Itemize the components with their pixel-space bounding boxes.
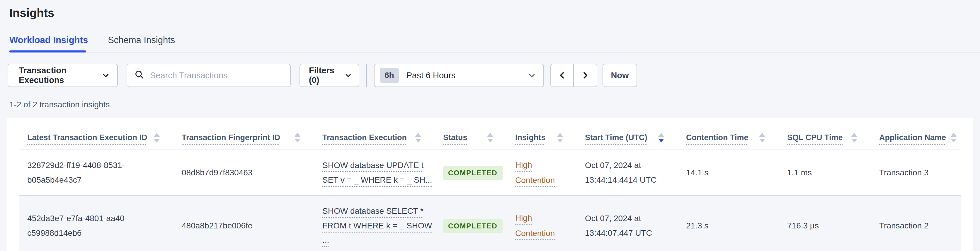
- time-range-label: Past 6 Hours: [406, 71, 456, 80]
- status-cell: COMPLETED: [434, 150, 507, 195]
- transaction-execution-cell: SHOW database UPDATE t SET v = _ WHERE k…: [314, 150, 434, 195]
- page-title: Insights: [10, 6, 980, 20]
- tab-bar: Workload Insights Schema Insights: [10, 35, 980, 53]
- chevron-down-icon: [528, 72, 536, 79]
- execution-type-dropdown[interactable]: Transaction Executions: [8, 64, 118, 87]
- contention-time-cell: 21.3 s: [678, 195, 779, 251]
- sort-icons: [851, 133, 857, 142]
- sort-icons-active-desc: [658, 133, 664, 142]
- sort-icons: [154, 133, 160, 142]
- sql-cpu-time-cell: 716.3 µs: [779, 195, 871, 251]
- column-header-latest-execution-id[interactable]: Latest Transaction Execution ID: [19, 125, 173, 150]
- sql-cpu-time-cell: 1.1 ms: [779, 150, 871, 195]
- now-button[interactable]: Now: [603, 64, 637, 87]
- statement-link[interactable]: SHOW database SELECT * FROM t WHERE k = …: [322, 205, 429, 247]
- fingerprint-id-cell: 480a8b217be006fe: [173, 195, 314, 251]
- column-header-fingerprint-id[interactable]: Transaction Fingerprint ID: [173, 125, 314, 150]
- sort-icons: [294, 133, 301, 142]
- chevron-left-icon: [558, 71, 566, 80]
- tab-schema-insights[interactable]: Schema Insights: [108, 35, 176, 52]
- status-cell: COMPLETED: [434, 195, 507, 251]
- next-range-button[interactable]: [574, 64, 597, 86]
- table-row: 328729d2-ff19-4408-8531-b05a5b4e43c7 08d…: [19, 150, 961, 195]
- execution-type-label: Transaction Executions: [19, 66, 102, 85]
- column-header-transaction-execution[interactable]: Transaction Execution: [314, 125, 434, 150]
- sort-icons: [487, 133, 493, 142]
- transaction-execution-cell: SHOW database SELECT * FROM t WHERE k = …: [314, 195, 434, 251]
- application-name-cell: Transaction 3: [871, 150, 961, 195]
- column-header-start-time[interactable]: Start Time (UTC): [576, 125, 678, 150]
- start-time-cell: Oct 07, 2024 at 13:44:07.447 UTC: [576, 195, 678, 251]
- chevron-right-icon: [581, 71, 590, 80]
- insight-link[interactable]: High Contention: [515, 160, 555, 185]
- chevron-down-icon: [102, 72, 110, 79]
- search-input[interactable]: [150, 70, 283, 81]
- sort-icons: [557, 133, 563, 142]
- sort-icons: [759, 133, 765, 142]
- sort-icons: [951, 133, 956, 142]
- results-summary: 1-2 of 2 transaction insights: [10, 100, 980, 109]
- execution-id-cell: 328729d2-ff19-4408-8531-b05a5b4e43c7: [19, 150, 173, 195]
- toolbar-divider: [366, 64, 367, 87]
- search-box: [127, 64, 291, 87]
- execution-id-cell: 452da3e7-e7fa-4801-aa40-c59988d14eb6: [19, 195, 173, 251]
- sort-icons: [415, 133, 421, 142]
- insights-cell: High Contention: [507, 150, 576, 195]
- column-header-application-name[interactable]: Application Name: [871, 125, 961, 150]
- time-range-badge: 6h: [380, 68, 399, 83]
- insights-table-card: Latest Transaction Execution ID Transact…: [7, 118, 973, 251]
- time-pager: [550, 64, 597, 87]
- search-icon: [134, 69, 144, 82]
- fingerprint-id-cell: 08d8b7d97f830463: [173, 150, 314, 195]
- status-badge: COMPLETED: [443, 166, 503, 180]
- insights-table: Latest Transaction Execution ID Transact…: [19, 125, 961, 251]
- filters-button[interactable]: Filters (0): [299, 64, 359, 87]
- column-header-insights[interactable]: Insights: [507, 125, 576, 150]
- application-name-cell: Transaction 2: [871, 195, 961, 251]
- toolbar: Transaction Executions Filters (0) 6h Pa…: [8, 64, 972, 87]
- column-header-sql-cpu-time[interactable]: SQL CPU Time: [779, 125, 871, 150]
- status-badge: COMPLETED: [443, 219, 503, 233]
- previous-range-button[interactable]: [551, 64, 574, 86]
- contention-time-cell: 14.1 s: [678, 150, 779, 195]
- insights-cell: High Contention: [507, 195, 576, 251]
- table-header-row: Latest Transaction Execution ID Transact…: [19, 125, 961, 150]
- insight-link[interactable]: High Contention: [515, 213, 555, 238]
- column-header-status[interactable]: Status: [434, 125, 507, 150]
- column-header-contention-time[interactable]: Contention Time: [678, 125, 779, 150]
- time-range-picker[interactable]: 6h Past 6 Hours: [374, 64, 544, 87]
- start-time-cell: Oct 07, 2024 at 13:44:14.4414 UTC: [576, 150, 678, 195]
- table-row: 452da3e7-e7fa-4801-aa40-c59988d14eb6 480…: [19, 195, 961, 251]
- filters-label: Filters (0): [309, 66, 345, 85]
- tab-workload-insights[interactable]: Workload Insights: [10, 35, 89, 52]
- statement-link[interactable]: SHOW database UPDATE t SET v = _ WHERE k…: [322, 159, 429, 187]
- chevron-down-icon: [345, 72, 352, 79]
